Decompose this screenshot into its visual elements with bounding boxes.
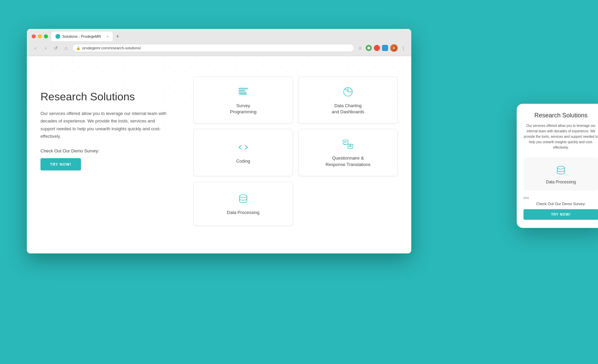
- data-processing-card[interactable]: Data Processing: [194, 182, 293, 226]
- svg-point-0: [367, 47, 370, 49]
- tab-close-btn[interactable]: ×: [106, 35, 109, 38]
- mobile-description: Our services offered allow you to levera…: [524, 123, 598, 150]
- survey-programming-icon: [236, 85, 250, 99]
- left-panel: Research Solutions Our services offered …: [40, 77, 183, 247]
- try-now-button[interactable]: TRY NOW!: [40, 158, 81, 170]
- svg-point-8: [557, 166, 565, 169]
- mobile-service-label: Data Processing: [546, 180, 576, 184]
- coding-label: Coding: [236, 158, 250, 164]
- svg-rect-2: [239, 90, 245, 92]
- browser-addressbar: ‹ › ↺ ⌂ 🔒 prodegemr.com/research-solutio…: [27, 42, 411, 54]
- questionnaire-label: Questionnaire &Response Translations: [326, 155, 370, 167]
- reload-btn[interactable]: ↺: [52, 45, 60, 51]
- mobile-service-card: Data Processing: [524, 157, 598, 191]
- ext-icon-1[interactable]: [366, 45, 372, 51]
- tab-favicon: [55, 34, 60, 39]
- browser-actions: ☆ A ⋮: [357, 44, 406, 52]
- traffic-lights: [32, 34, 48, 38]
- svg-rect-1: [239, 88, 247, 89]
- active-tab[interactable]: Solutions - ProdegeMR ×: [51, 32, 113, 41]
- browser-content: Research Solutions Our services offered …: [27, 56, 411, 253]
- demo-label: Check Out Our Demo Survey:: [40, 148, 183, 153]
- tab-title: Solutions - ProdegeMR: [62, 34, 101, 38]
- scene: Solutions - ProdegeMR × + ‹ › ↺ ⌂ 🔒 prod…: [27, 29, 571, 335]
- data-processing-label: Data Processing: [227, 210, 259, 216]
- data-charting-card[interactable]: Data Chartingand Dashboards: [298, 77, 398, 123]
- ext-icon-2[interactable]: [374, 45, 380, 51]
- browser-titlebar: Solutions - ProdegeMR × +: [27, 29, 411, 42]
- svg-rect-5: [343, 140, 348, 145]
- ext-icon-3[interactable]: [382, 45, 388, 51]
- page-content: Research Solutions Our services offered …: [27, 56, 411, 253]
- tab-bar: Solutions - ProdegeMR × +: [51, 32, 406, 41]
- fullscreen-traffic-light[interactable]: [44, 34, 48, 38]
- data-processing-icon: [236, 192, 250, 205]
- survey-programming-card[interactable]: SurveyProgramming: [194, 77, 293, 123]
- new-tab-btn[interactable]: +: [114, 33, 121, 39]
- survey-programming-label: SurveyProgramming: [230, 103, 256, 115]
- back-btn[interactable]: ‹: [32, 45, 39, 51]
- questionnaire-card[interactable]: Questionnaire &Response Translations: [298, 129, 398, 176]
- forward-btn[interactable]: ›: [42, 45, 49, 51]
- minimize-traffic-light[interactable]: [38, 34, 42, 38]
- address-bar[interactable]: 🔒 prodegemr.com/research-solutions/: [72, 44, 354, 52]
- close-traffic-light[interactable]: [32, 34, 36, 38]
- questionnaire-icon: [341, 137, 355, 151]
- coding-icon: [236, 140, 250, 154]
- user-avatar[interactable]: A: [390, 44, 398, 52]
- data-charting-icon: [341, 85, 355, 99]
- mobile-partial-label: ons: [524, 196, 529, 200]
- mobile-data-processing-icon: [554, 163, 568, 177]
- url-text: prodegemr.com/research-solutions/: [82, 46, 141, 50]
- svg-rect-3: [239, 93, 246, 94]
- mobile-title: Research Solutions: [524, 112, 598, 119]
- star-btn[interactable]: ☆: [357, 45, 364, 51]
- more-btn[interactable]: ⋮: [400, 45, 406, 51]
- page-description: Our services offered allow you to levera…: [40, 110, 170, 140]
- page-title: Research Solutions: [40, 90, 183, 103]
- mobile-demo-label: Check Out Our Demo Survey:: [524, 202, 598, 206]
- mobile-preview-card: Research Solutions Our services offered …: [517, 104, 598, 228]
- browser-window: Solutions - ProdegeMR × + ‹ › ↺ ⌂ 🔒 prod…: [27, 29, 411, 253]
- svg-point-7: [239, 195, 247, 198]
- home-btn[interactable]: ⌂: [62, 45, 70, 51]
- data-charting-label: Data Chartingand Dashboards: [332, 103, 364, 115]
- services-grid: SurveyProgramming: [194, 77, 398, 247]
- lock-icon: 🔒: [76, 46, 80, 50]
- mobile-try-now-button[interactable]: TRY NOW!: [524, 209, 598, 220]
- coding-card[interactable]: Coding: [194, 129, 293, 176]
- browser-chrome: Solutions - ProdegeMR × + ‹ › ↺ ⌂ 🔒 prod…: [27, 29, 411, 56]
